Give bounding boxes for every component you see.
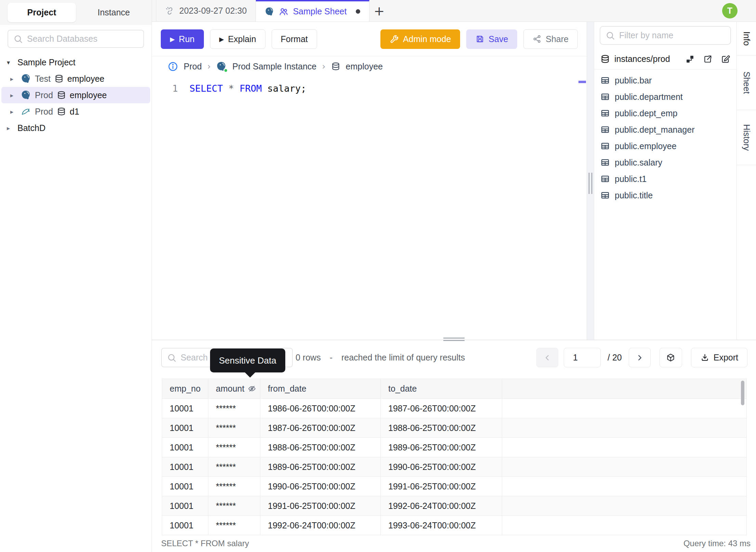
tree-item-prod-d1[interactable]: ▸ Prod d1 [0,103,152,120]
tab-history[interactable]: History [737,110,756,165]
format-button[interactable]: Format [272,29,317,49]
search-icon [167,353,177,363]
avatar[interactable]: T [722,3,738,18]
prev-page-button[interactable] [536,348,558,367]
table-list-item[interactable]: public.department [594,89,737,105]
results-table: emp_no amount from_date to_date [162,379,747,535]
tab-sheet[interactable]: Sheet [737,55,756,110]
panel-resizer-horizontal[interactable] [443,338,465,341]
table-row: 10001 ****** 1992-06-24T00:00:00Z 1993-0… [162,516,747,535]
table-name: public.department [615,92,683,102]
cell-from-date: 1992-06-24T00:00:00Z [260,516,381,535]
caret-right-icon[interactable]: ▸ [7,124,14,132]
postgresql-icon [21,74,31,84]
play-icon: ▶ [219,36,224,43]
cursor-position-marker [578,81,586,83]
sheet-tabstrip: 2023-09-27 02:30 Sample Sheet + T [152,0,756,22]
export-button[interactable]: Export [691,348,747,367]
sheet-tab-unsaved[interactable]: 2023-09-27 02:30 [156,0,256,22]
page-number-input[interactable] [564,348,601,367]
table-list-item[interactable]: public.title [594,187,737,203]
explain-button[interactable]: ▶ Explain [210,29,265,49]
table-name: public.bar [615,76,652,86]
tab-project[interactable]: Project [8,3,76,22]
edit-icon[interactable] [721,54,730,64]
schema-diagram-icon[interactable] [685,54,695,64]
save-label: Save [488,34,508,44]
table-icon [600,125,610,134]
table-list-item[interactable]: public.dept_manager [594,121,737,138]
database-label: d1 [70,107,79,117]
sheet-tab-sample-sheet[interactable]: Sample Sheet [256,0,369,22]
caret-down-icon[interactable]: ▾ [7,59,14,66]
column-header-to-date[interactable]: to_date [381,379,502,399]
caret-right-icon[interactable]: ▸ [10,75,17,82]
info-icon[interactable] [168,61,178,72]
data-masking-button[interactable] [660,348,682,367]
table-list-item[interactable]: public.dept_emp [594,105,737,121]
cell-amount-masked: ****** [208,418,260,438]
column-header-amount[interactable]: amount [208,379,260,399]
sql-identifier: salary; [268,83,307,94]
external-link-icon[interactable] [703,54,713,64]
table-icon [600,108,610,118]
tab-info[interactable]: Info [737,22,756,55]
tree-item-test-employee[interactable]: ▸ Test employee [0,70,152,87]
sheet-tab-label: Sample Sheet [293,6,347,16]
sql-editor[interactable]: 1 SELECT * FROM salary; [152,76,587,340]
export-label: Export [714,353,738,363]
drag-handle-icon[interactable] [589,173,592,194]
panel-resizer-vertical[interactable] [587,22,594,340]
column-header-emp-no[interactable]: emp_no [162,379,208,399]
admin-mode-button[interactable]: Admin mode [380,29,460,49]
pagination: / 20 Export [536,348,747,367]
database-search [8,30,144,48]
new-tab-button[interactable]: + [369,0,389,22]
search-databases-input[interactable] [27,34,143,44]
table-list-item[interactable]: public.bar [594,72,737,89]
table-name: public.salary [615,158,662,168]
cell-to-date: 1988-06-25T00:00:00Z [381,418,502,438]
table-list-item[interactable]: public.t1 [594,171,737,187]
breadcrumb-instance[interactable]: Prod Sample Instance [232,62,316,71]
breadcrumb-env[interactable]: Prod [184,62,202,71]
run-button[interactable]: ▶ Run [161,29,204,49]
table-list-item[interactable]: public.salary [594,154,737,171]
tree-item-batchd[interactable]: ▸ BatchD [0,120,152,136]
next-page-button[interactable] [629,348,651,367]
environment-label: Test [35,74,51,84]
filter-by-name-input[interactable] [619,30,730,40]
tree-item-prod-employee[interactable]: ▸ Prod employee [1,87,150,103]
database-icon [600,54,610,64]
results-panel: 0 rows - reached the limit of query resu… [152,340,756,552]
caret-right-icon[interactable]: ▸ [10,92,17,99]
tab-instance[interactable]: Instance [76,8,152,17]
table-list-item[interactable]: public.employee [594,138,737,154]
avatar-initial: T [727,6,732,16]
breadcrumb: Prod › Prod Sample Instance › employee [152,56,587,76]
table-scrollbar[interactable] [741,381,744,405]
breadcrumb-database[interactable]: employee [346,62,383,71]
tree-item-sample-project[interactable]: ▾ Sample Project [0,54,152,70]
column-header-filler [502,379,747,399]
cell-emp-no: 10001 [162,438,208,457]
limit-note: reached the limit of query results [341,353,465,363]
executed-query: SELECT * FROM salary [161,539,249,548]
postgresql-icon [21,90,31,100]
share-button[interactable]: Share [523,29,578,49]
table-icon [600,190,610,200]
summary-dash: - [330,353,333,363]
cell-emp-no: 10001 [162,399,208,418]
results-summary: 0 rows - reached the limit of query resu… [296,353,465,363]
caret-right-icon[interactable]: ▸ [10,108,17,115]
database-label: employee [70,90,107,100]
box-icon [666,353,675,362]
column-header-from-date[interactable]: from_date [260,379,381,399]
save-button[interactable]: Save [466,29,517,49]
database-icon [57,107,66,116]
cell-emp-no: 10001 [162,516,208,535]
database-icon [54,74,64,83]
cell-amount-masked: ****** [208,496,260,516]
eye-off-icon [248,384,256,393]
table-row: 10001 ****** 1988-06-25T00:00:00Z 1989-0… [162,438,747,457]
